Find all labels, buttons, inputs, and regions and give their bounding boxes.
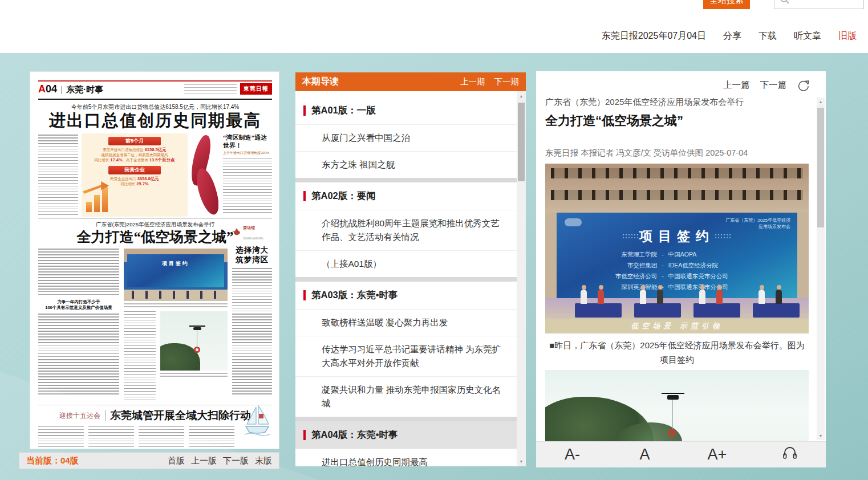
ig-line3-text: 同比增长: [94, 158, 109, 162]
trade-story-headline[interactable]: 进出口总值创历史同期最高: [38, 109, 272, 132]
toc-article[interactable]: 进出口总值创历史同期最高: [295, 449, 517, 466]
np-page-code-letter: A: [38, 83, 46, 95]
pager-current-label: 当前版：04版: [26, 455, 79, 466]
teapot-icon: [232, 228, 241, 235]
article-panel: 上一篇 下一篇 广东省（东莞）2025年低空经济应用场景发布会举行 全力打造“低…: [536, 71, 826, 467]
toc-article[interactable]: 从厦门之兴看中国之治: [295, 124, 517, 151]
toc-header: 本期导读 上一期 下一期: [295, 72, 526, 91]
pair-right: 中国AOPA: [668, 249, 765, 260]
scroll-up-icon[interactable]: ▲: [517, 94, 526, 98]
cleanup-headline[interactable]: 东莞城管开展全域大扫除行动: [110, 408, 251, 423]
light-truss: [551, 190, 803, 200]
drone-icon: [667, 395, 679, 400]
prev-issue-link[interactable]: 上一期: [460, 76, 485, 87]
toc-article[interactable]: 介绍抗战胜利80周年主题展览和推出优秀文艺作品、文艺活动有关情况: [295, 210, 517, 250]
newspaper-page: A04|东莞·时事 東莞日報 今年前5个月东莞市进出口货物总值达6158.5亿元…: [38, 72, 272, 449]
bay-story-headline[interactable]: “湾区制造”通达世界！: [223, 133, 272, 149]
pager-next-link[interactable]: 下一版: [223, 455, 249, 466]
nav-date-label: 东莞日报2025年07月04日: [602, 30, 706, 42]
pager-prev-link[interactable]: 上一版: [191, 455, 217, 466]
trade-story-body: 前5个月 东莞市进出口货物总值达 6158.5亿元 规模稳居全省第二位，刷新历史…: [38, 133, 272, 217]
signing-pair: 东莞理工学院-中国AOPA: [557, 249, 797, 260]
pair-right: 中国联通东莞市分公司: [668, 271, 765, 282]
pager-last-link[interactable]: 末版: [255, 455, 272, 466]
inner-subhead-line2: 100个具有示范意义及推广价值场景: [40, 305, 117, 311]
np-page-code-number: 04: [46, 83, 57, 95]
person: [598, 290, 604, 304]
article-photo-signing: 广东省（东莞）2025年低空经济 应用场景发布会 项目签约 东莞理工学院-中国A…: [545, 164, 809, 333]
cleanup-story[interactable]: 迎接十五运会 东莞城管开展全域大扫除行动: [38, 408, 272, 448]
article-kicker: 广东省（东莞）2025年低空经济应用场景发布会举行: [545, 97, 809, 108]
font-smaller-button[interactable]: A-: [536, 446, 609, 463]
sailboat-illustration: [244, 405, 271, 437]
event-logo: [565, 218, 582, 226]
person: [776, 290, 782, 304]
toc-article[interactable]: 凝聚共识和力量 推动东莞申报国家历史文化名城: [295, 376, 517, 417]
toc-scrollbar[interactable]: ▲ ▼: [517, 91, 526, 466]
teahouse-column[interactable]: 茶话馆 CHAHUAGUAN 选择湾大 筑梦湾区: [232, 221, 272, 401]
people-on-stage: [124, 291, 228, 299]
top-header: 全站搜索 东莞日报2025年07月04日 分享 下载 听文章 旧版: [0, 0, 868, 53]
article-scrollbar[interactable]: ▲ ▼: [817, 97, 825, 440]
infographic-ribbon-1: 前5个月: [108, 137, 161, 145]
toc-article[interactable]: 传达学习习近平总书记重要讲话精神 为东莞扩大高水平对外开放作贡献: [295, 336, 517, 376]
nav-download-link[interactable]: 下载: [759, 30, 777, 42]
toc-section-header-a04-active[interactable]: 第A04版：东莞•时事: [295, 421, 517, 449]
font-larger-button[interactable]: A+: [681, 446, 753, 463]
bay-story[interactable]: “湾区制造”通达世界！ 上半年进出口货值增长超200%: [223, 133, 272, 217]
person: [699, 290, 705, 304]
top-nav: 东莞日报2025年07月04日 分享 下载 听文章 旧版: [602, 30, 857, 42]
signing-table: [753, 303, 800, 318]
nav-share-link[interactable]: 分享: [723, 30, 741, 42]
nav-listen-link[interactable]: 听文章: [794, 30, 821, 42]
column-headline-line1[interactable]: 选择湾大: [232, 245, 272, 255]
scroll-down-icon[interactable]: ▼: [817, 434, 825, 438]
toc-article[interactable]: 致敬榜样送温暖 凝心聚力再出发: [295, 309, 517, 336]
newspaper-page-panel[interactable]: A04|东莞·时事 東莞日報 今年前5个月东莞市进出口货物总值达6158.5亿元…: [30, 71, 279, 449]
person: [581, 290, 587, 304]
trade-infographic: 前5个月 东莞市进出口货物总值达 6158.5亿元 规模稳居全省第二位，刷新历史…: [82, 133, 188, 217]
tag-divider: [105, 410, 106, 421]
toc-section-header-a03[interactable]: 第A03版：东莞•时事: [295, 282, 517, 309]
toc-article[interactable]: 东方之珠 祖国之舰: [295, 151, 517, 178]
toc-panel: 本期导读 上一期 下一期 第A01版：一版 从厦门之兴看中国之治 东方之珠 祖国…: [295, 72, 526, 466]
ig-stat-total: 6158.5亿元: [145, 147, 167, 152]
rescue-ring-icon: [194, 347, 200, 353]
pair-left: 市低空经济公司: [589, 271, 657, 282]
prev-article-link[interactable]: 上一篇: [723, 79, 750, 91]
toc-section-header-a02[interactable]: 第A02版：要闻: [295, 182, 517, 210]
text-column: [124, 311, 156, 401]
text-column: [38, 249, 119, 296]
share-icon[interactable]: [797, 79, 810, 92]
toc-section-header-a01[interactable]: 第A01版：一版: [295, 97, 517, 124]
person: [716, 290, 723, 304]
toc-section-label: 第A01版：一版: [311, 104, 376, 117]
red-ribbon-sculpture-photo: [191, 135, 218, 215]
listen-button[interactable]: [753, 445, 826, 464]
article-caption: ■昨日，广东省（东莞）2025年低空经济应用场景发布会举行。图为项目签约: [545, 338, 809, 367]
section-marker: [303, 430, 306, 440]
site-search-button[interactable]: 全站搜索: [703, 0, 750, 9]
scroll-down-icon[interactable]: ▼: [517, 459, 526, 463]
font-normal-button[interactable]: A: [609, 446, 681, 463]
np-header-divider: |: [60, 84, 63, 94]
np-meta-lines: [184, 84, 237, 95]
pager-first-link[interactable]: 首版: [168, 455, 185, 466]
lowaltitude-left-column: 力争一年内打造不少于 100个具有示范意义及推广价值场景: [38, 249, 119, 401]
next-article-link[interactable]: 下一篇: [760, 79, 787, 91]
article-content: 广东省（东莞）2025年低空经济应用场景发布会举行 全力打造“低空场景之城” 东…: [545, 97, 809, 451]
site-search-input[interactable]: [774, 0, 864, 9]
page-root: 全站搜索 东莞日报2025年07月04日 分享 下载 听文章 旧版 A04|东莞…: [0, 0, 868, 480]
pair-separator: -: [662, 260, 664, 271]
scroll-up-icon[interactable]: ▲: [817, 100, 825, 104]
column-headline-line2[interactable]: 筑梦湾区: [232, 255, 272, 265]
scroll-thumb[interactable]: [817, 108, 824, 227]
screen-note-line1: 广东省（东莞）2025年低空经济: [725, 217, 790, 223]
nav-old-version-link[interactable]: 旧版: [838, 30, 857, 42]
toc-article[interactable]: （上接A01版）: [295, 250, 517, 277]
text-column: [223, 158, 272, 213]
scroll-thumb[interactable]: [518, 103, 525, 181]
next-issue-link[interactable]: 下一期: [494, 76, 520, 87]
pair-separator: -: [662, 271, 664, 282]
ig-line3b-text: ，高于全省整体: [123, 158, 149, 162]
